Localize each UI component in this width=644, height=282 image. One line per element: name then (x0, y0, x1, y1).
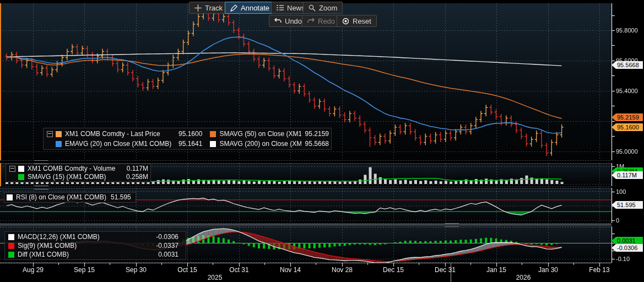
price-legend: XM1 COMB Comdty - Last Price 95.1600 SMA… (43, 128, 332, 150)
macd-sig-value: -0.0337 (137, 241, 178, 250)
x-axis-year-label: 2026 (516, 274, 531, 281)
x-axis-tick-label: Aug 29 (23, 266, 44, 274)
macd-sig-label: Sig(9) (XM1 COMB) (18, 241, 137, 250)
zoom-button[interactable]: Zoom (303, 2, 343, 14)
panel-splitter-handle[interactable] (445, 223, 459, 227)
rsi-value: 51.595 (111, 193, 131, 202)
macd-legend: MACD(12,26) (XM1 COMB) -0.0306 Sig(9) (X… (4, 231, 186, 260)
reset-label: Reset (353, 17, 371, 25)
emavg20-value: 95.1641 (171, 139, 202, 149)
x-axis-tick-label: Jan 15 (486, 266, 506, 274)
last-price-label: XM1 COMB Comdty - Last Price (65, 129, 171, 139)
legend-collapse-icon[interactable] (47, 131, 53, 137)
macd-diff-swatch (8, 252, 14, 258)
axis-value-badge: 95.1600 (611, 123, 643, 131)
y-axis-tick-label: 0 (616, 217, 619, 224)
x-axis-tick-label: Nov 14 (280, 266, 301, 274)
y-axis-tick-label: 95.0000 (616, 148, 638, 155)
smavg50-value: 95.2159 (301, 129, 329, 139)
pencil-icon (230, 4, 237, 12)
x-axis-tick-label: Oct 15 (177, 266, 197, 274)
bloomberg-chart-window: Track Annotate News Zoom Undo Redo Reset… (0, 0, 644, 282)
redo-button[interactable]: Redo (302, 15, 340, 27)
magnifier-icon (309, 4, 316, 12)
emavg20-label: EMAVG (20) on Close (XM1 COMB) (65, 139, 171, 149)
smavg50-label: SMAVG (50) on Close (XM1 COMB) (219, 129, 301, 139)
undo-arrow-icon (274, 18, 282, 24)
redo-label: Redo (318, 17, 335, 25)
panel-splitter-handle[interactable] (34, 160, 48, 164)
macd-diff-value: 0.0031 (137, 250, 178, 259)
rsi-swatch (7, 194, 13, 200)
volume-label: XM1 COMB Comdty - Volume (28, 165, 122, 173)
x-axis-tick-label: Dec 31 (435, 266, 456, 274)
undo-label: Undo (285, 17, 302, 25)
x-axis-tick-label: Sep 15 (74, 266, 95, 274)
track-button[interactable]: Track (189, 2, 228, 14)
volume-legend: XM1 COMB Comdty - Volume 0.117M SMAVG (1… (6, 164, 151, 182)
axis-value-badge: 95.2159 (611, 113, 643, 121)
rsi-legend: RSI (8) on Close (XM1 COMB) 51.595 (4, 192, 136, 203)
x-axis-tick-label: Nov 28 (332, 266, 353, 274)
smavg200-swatch (210, 141, 216, 147)
y-axis-tick-label: 95.8000 (616, 27, 638, 34)
macd-swatch (8, 234, 14, 240)
last-price-swatch (56, 131, 62, 137)
volume-smavg-value: 0.258M (122, 173, 148, 181)
reset-icon (342, 18, 349, 25)
smavg50-swatch (210, 131, 216, 137)
smavg200-value: 95.5668 (301, 139, 329, 149)
volume-value: 0.117M (122, 165, 148, 173)
emavg20-swatch (56, 141, 62, 147)
macd-label: MACD(12,26) (XM1 COMB) (18, 232, 137, 241)
volume-smavg-label: SMAVG (15) (XM1 COMB) (28, 173, 122, 181)
x-axis-tick-label: Feb 13 (589, 266, 609, 274)
smavg200-label: SMAVG (200) on Close (XM1 COMB) (219, 139, 301, 149)
rsi-label: RSI (8) on Close (XM1 COMB) (16, 193, 106, 202)
macd-diff-label: Diff (XM1 COMB) (18, 250, 137, 259)
x-axis-tick-label: Oct 31 (229, 266, 248, 274)
panel-splitter-handle[interactable] (34, 186, 48, 189)
x-axis-tick-label: Jan 30 (538, 266, 558, 274)
axis-value-badge: -0.0306 (611, 244, 643, 252)
legend-collapse-icon[interactable] (9, 166, 15, 172)
macd-value: -0.0306 (137, 232, 178, 241)
volume-swatch (18, 166, 24, 172)
y-axis-tick-label: 95.4000 (616, 88, 638, 94)
crosshair-icon (194, 4, 202, 12)
macd-sig-swatch (8, 243, 14, 249)
x-axis-tick-label: Sep 30 (126, 266, 147, 274)
annotate-label: Annotate (241, 4, 269, 12)
axis-value-badge: 0.0031 (611, 237, 643, 245)
reset-button[interactable]: Reset (337, 15, 377, 27)
redo-arrow-icon (307, 18, 315, 24)
news-label: News (287, 4, 305, 12)
x-axis-year-label: 2025 (208, 274, 223, 281)
y-axis-tick-label: 100 (616, 188, 626, 195)
axis-value-badge: 0.117M (611, 171, 643, 179)
track-label: Track (205, 4, 223, 12)
last-price-value: 95.1600 (171, 129, 202, 139)
axis-value-badge: 51.595 (611, 201, 643, 209)
x-axis-tick-label: Dec 15 (383, 266, 404, 274)
zoom-label: Zoom (319, 4, 337, 12)
annotate-button[interactable]: Annotate (225, 2, 275, 14)
news-list-icon (277, 4, 284, 11)
volume-smavg-swatch (18, 174, 24, 180)
axis-value-badge: 95.5668 (611, 61, 643, 69)
y-axis-tick-label: -0.10 (616, 256, 630, 262)
